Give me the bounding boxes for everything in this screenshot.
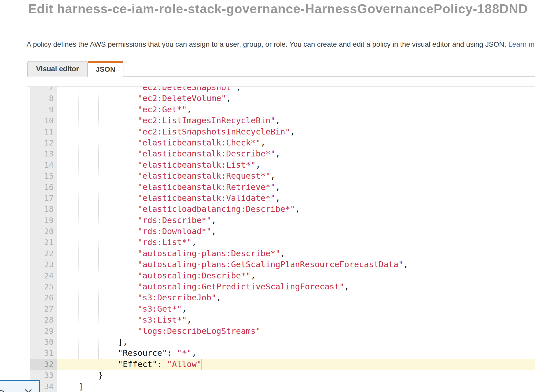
token-punctuation: , <box>256 160 261 170</box>
code-line[interactable]: ] <box>57 381 535 392</box>
gutter-line-number: 30 <box>30 337 57 348</box>
code-line[interactable]: "ec2:ListSnapshotsInRecycleBin", <box>57 126 535 137</box>
gutter-line-number: 33 <box>30 370 57 381</box>
token-punctuation: , <box>275 149 280 158</box>
gutter-line-number: 26 <box>30 292 57 303</box>
gutter-line-number: 25 <box>30 281 57 292</box>
token-string: "rds:Download*" <box>137 226 211 236</box>
gutter-line-number: 15 <box>30 170 57 181</box>
code-line[interactable]: "ec2:Get*", <box>57 104 535 115</box>
token-string: "ec2:ListImagesInRecycleBin" <box>137 116 275 125</box>
token-punctuation: , <box>275 182 280 192</box>
policy-description-text: A policy defines the AWS permissions tha… <box>27 40 506 48</box>
token-punctuation: , <box>275 193 280 203</box>
code-line-active[interactable]: "Effect": "Allow" <box>57 359 535 370</box>
token-string: "Allow" <box>167 359 202 369</box>
token-punctuation: , <box>211 226 216 236</box>
token-punctuation: , <box>192 237 196 247</box>
gutter-line-number: 8 <box>30 93 57 104</box>
token-string: "elasticbeanstalk:Validate*" <box>137 193 275 203</box>
token-string: "elasticbeanstalk:Retrieve*" <box>137 182 275 192</box>
code-line[interactable]: "logs:DescribeLogStreams" <box>57 326 535 337</box>
code-line[interactable]: "rds:Describe*", <box>57 215 535 226</box>
code-line[interactable]: "s3:DescribeJob", <box>57 292 535 303</box>
code-line[interactable]: "elasticloadbalancing:Describe*", <box>57 204 535 215</box>
code-line[interactable]: "ec2:DeleteSnapshot", <box>57 87 535 93</box>
token-punctuation: , <box>344 282 349 291</box>
code-line[interactable]: "autoscaling-plans:GetScalingPlanResourc… <box>57 259 535 270</box>
token-punctuation: , <box>187 315 192 325</box>
token-string: "s3:Get*" <box>137 304 182 314</box>
gutter-line-number: 7 <box>30 87 57 93</box>
code-line[interactable]: "Resource": "*", <box>57 348 535 359</box>
code-line[interactable]: "elasticbeanstalk:Describe*", <box>57 148 535 159</box>
code-line[interactable]: "rds:List*", <box>57 237 535 248</box>
line-number-gutter: 7891011121314151617181920212223242526272… <box>30 87 57 392</box>
code-line[interactable]: } <box>57 370 535 381</box>
gutter-line-number: 24 <box>30 270 57 281</box>
code-line[interactable]: "s3:List*", <box>57 314 535 325</box>
tab-json[interactable]: JSON <box>88 61 123 77</box>
token-string: "*" <box>177 348 192 358</box>
token-string: "elasticbeanstalk:List*" <box>137 160 255 170</box>
gutter-line-number: 13 <box>30 148 57 159</box>
token-string: "elasticbeanstalk:Check*" <box>137 138 261 148</box>
page-title: Edit harness-ce-iam-role-stack-governanc… <box>28 2 535 16</box>
token-punctuation: , <box>251 271 255 280</box>
token-string: "s3:DescribeJob" <box>137 293 216 302</box>
code-line[interactable]: "elasticbeanstalk:Request*", <box>57 170 535 181</box>
code-line[interactable]: "rds:Download*", <box>57 226 535 237</box>
code-line[interactable]: "elasticbeanstalk:List*", <box>57 160 535 170</box>
token-punctuation: , <box>403 260 408 269</box>
token-punctuation: ] <box>78 382 83 391</box>
gutter-line-number: 9 <box>30 104 57 115</box>
policy-description: A policy defines the AWS permissions tha… <box>27 40 535 48</box>
token-punctuation: } <box>98 370 103 380</box>
text-cursor <box>202 359 202 370</box>
gutter-line-number: 12 <box>30 137 57 148</box>
gutter-line-number: 18 <box>30 204 57 215</box>
token-punctuation: , <box>216 293 221 302</box>
code-area[interactable]: "ec2:DeleteSnapshot","ec2:DeleteVolume",… <box>57 87 535 392</box>
token-string: "rds:List*" <box>137 237 192 247</box>
token-string: "autoscaling:GetPredictiveScalingForecas… <box>137 282 344 291</box>
token-string: "ec2:Get*" <box>137 105 187 114</box>
code-line[interactable]: "elasticbeanstalk:Retrieve*", <box>57 182 535 193</box>
close-icon[interactable] <box>23 387 34 392</box>
gutter-line-number: 11 <box>30 126 57 137</box>
gutter-line-number: 27 <box>30 303 57 314</box>
gutter-line-number: 17 <box>30 193 57 204</box>
gutter-line-number: 20 <box>30 226 57 237</box>
token-punctuation: , <box>211 215 216 225</box>
code-line[interactable]: "autoscaling-plans:Describe*", <box>57 248 535 259</box>
code-line[interactable]: "ec2:DeleteVolume", <box>57 93 535 104</box>
token-string: "ec2:ListSnapshotsInRecycleBin" <box>137 127 290 137</box>
gutter-line-number: 23 <box>30 259 57 270</box>
code-line[interactable]: "autoscaling:Describe*", <box>57 270 535 281</box>
gutter-line-number: 32 <box>30 359 57 370</box>
code-line[interactable]: ], <box>57 337 535 348</box>
token-string: "autoscaling-plans:Describe*" <box>137 249 280 258</box>
token-punctuation: , <box>290 127 295 137</box>
json-policy-editor[interactable]: 7891011121314151617181920212223242526272… <box>27 87 535 392</box>
code-line[interactable]: "elasticbeanstalk:Validate*", <box>57 193 535 204</box>
code-line[interactable]: "autoscaling:GetPredictiveScalingForecas… <box>57 281 535 292</box>
gutter-line-number: 21 <box>30 237 57 248</box>
notification-popup <box>0 380 40 392</box>
tab-bar: Visual editor JSON <box>27 61 535 77</box>
token-punctuation: , <box>192 348 196 358</box>
gutter-line-number: 19 <box>30 215 57 226</box>
code-line[interactable]: "s3:Get*", <box>57 303 535 314</box>
gutter-line-number: 29 <box>30 326 57 337</box>
token-punctuation: ], <box>118 337 128 347</box>
code-line[interactable]: "elasticbeanstalk:Check*", <box>57 137 535 148</box>
gutter-line-number: 14 <box>30 160 57 170</box>
tab-visual-editor[interactable]: Visual editor <box>27 61 88 77</box>
editor-scroll-content: 7891011121314151617181920212223242526272… <box>27 87 535 392</box>
token-punctuation: "Resource": <box>118 348 177 358</box>
gutter-line-number: 28 <box>30 314 57 325</box>
token-punctuation: , <box>236 87 241 92</box>
token-punctuation: "Effect": <box>118 359 167 369</box>
code-line[interactable]: "ec2:ListImagesInRecycleBin", <box>57 115 535 126</box>
learn-more-link[interactable]: Learn more <box>508 40 535 48</box>
